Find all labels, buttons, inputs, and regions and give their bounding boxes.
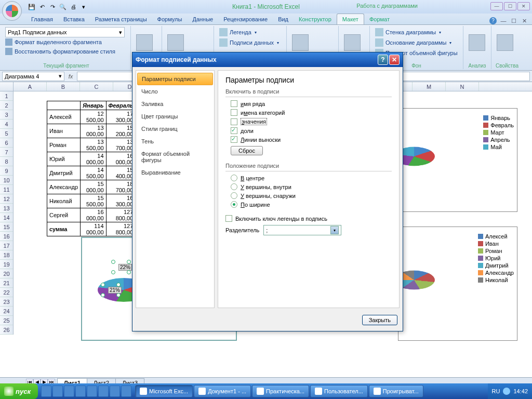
quick-launch-icon[interactable] bbox=[110, 385, 120, 397]
properties-button[interactable] bbox=[495, 27, 515, 58]
cell[interactable]: Иван bbox=[47, 124, 81, 138]
row-header[interactable]: 15 bbox=[0, 222, 13, 232]
dialog-close-button[interactable]: ✕ bbox=[389, 55, 400, 65]
dialog-category[interactable]: Цвет границы bbox=[136, 110, 214, 123]
row-header[interactable]: 4 bbox=[0, 119, 13, 129]
print-preview-icon[interactable]: 🔍 bbox=[58, 2, 68, 11]
cell[interactable]: 17 300,00 bbox=[106, 110, 136, 124]
close-button[interactable]: Закрыть bbox=[362, 315, 397, 325]
cell[interactable]: 13 000,00 bbox=[81, 124, 107, 138]
quick-launch-icon[interactable] bbox=[64, 385, 74, 397]
cell[interactable]: Дмитрий bbox=[47, 166, 81, 180]
select-all-corner[interactable] bbox=[0, 82, 14, 91]
chart-element-selector[interactable]: Ряд1 Подписи данных ▾ bbox=[5, 27, 125, 37]
legend-button[interactable]: Легенда▾ bbox=[217, 27, 283, 37]
dialog-category[interactable]: Заливка bbox=[136, 98, 214, 110]
row-header[interactable]: 1 bbox=[0, 91, 13, 101]
row-header[interactable]: 10 bbox=[0, 176, 13, 185]
taskbar-item[interactable]: Microsoft Exc... bbox=[135, 385, 193, 397]
row-header[interactable]: 24 bbox=[0, 307, 13, 316]
qat-dropdown-icon[interactable]: ▾ bbox=[79, 2, 88, 11]
dialog-category[interactable]: Выравнивание bbox=[136, 166, 214, 179]
row-header[interactable]: 23 bbox=[0, 297, 13, 307]
selection-handle[interactable] bbox=[101, 283, 105, 287]
tray-icon[interactable] bbox=[503, 388, 510, 395]
fx-icon[interactable]: fx bbox=[65, 73, 76, 79]
office-button[interactable] bbox=[2, 1, 22, 21]
reset-button[interactable]: Сброс bbox=[231, 146, 263, 155]
quick-launch-icon[interactable] bbox=[41, 385, 51, 397]
quick-launch-icon[interactable] bbox=[121, 385, 131, 397]
cell[interactable]: 15 200,00 bbox=[106, 124, 136, 138]
chart-names[interactable]: АлексейИванРоманЮрийДмитрийАлександрНико… bbox=[398, 227, 517, 341]
print-icon[interactable]: 🖨 bbox=[69, 2, 78, 11]
row-header[interactable]: 22 bbox=[0, 288, 13, 297]
workbook-minimize-icon[interactable]: — bbox=[500, 17, 507, 24]
format-selection-button[interactable]: Формат выделенного фрагмента bbox=[5, 37, 127, 47]
include-checkbox[interactable] bbox=[231, 118, 237, 125]
taskbar-item[interactable]: Пользовател... bbox=[310, 385, 368, 397]
tab-formulas[interactable]: Формулы bbox=[152, 14, 188, 24]
cell[interactable]: 18 700,00 bbox=[106, 180, 136, 194]
legend-key-checkbox[interactable] bbox=[225, 215, 232, 222]
selection-handle[interactable] bbox=[116, 283, 121, 287]
workbook-restore-icon[interactable]: ☐ bbox=[510, 17, 517, 24]
data-label[interactable]: 22% bbox=[118, 264, 132, 271]
name-box[interactable]: Диаграмма 4▾ bbox=[2, 72, 64, 81]
selection-handle[interactable] bbox=[116, 293, 121, 297]
save-icon[interactable]: 💾 bbox=[27, 2, 36, 11]
tab-data[interactable]: Данные bbox=[187, 14, 218, 24]
tab-home[interactable]: Главная bbox=[26, 14, 58, 24]
include-checkbox[interactable] bbox=[231, 127, 237, 134]
row-header[interactable]: 9 bbox=[0, 166, 13, 176]
tab-pagelayout[interactable]: Разметка страницы bbox=[90, 14, 152, 24]
dialog-help-button[interactable]: ? bbox=[378, 55, 388, 65]
position-radio[interactable] bbox=[231, 201, 237, 208]
column-header[interactable]: C bbox=[80, 82, 113, 91]
cell[interactable]: 14 000,00 bbox=[81, 152, 107, 166]
cell[interactable]: Алексей bbox=[47, 110, 81, 124]
quick-launch-icon[interactable] bbox=[52, 385, 63, 397]
taskbar-item[interactable]: Практическа... bbox=[252, 385, 309, 397]
selection-handle[interactable] bbox=[111, 270, 115, 274]
row-header[interactable]: 5 bbox=[0, 129, 13, 138]
chart-floor-button[interactable]: Основание диаграммы▾ bbox=[373, 37, 460, 48]
cell[interactable]: 127 800,00 bbox=[106, 208, 136, 222]
data-labels-button[interactable]: Подписи данных▾ bbox=[217, 37, 283, 48]
cell[interactable]: 15 400,00 bbox=[106, 166, 136, 180]
chart-wall-button[interactable]: Стенка диаграммы▾ bbox=[373, 27, 460, 37]
cell[interactable]: 16 300,00 bbox=[106, 194, 136, 208]
row-header[interactable]: 16 bbox=[0, 232, 13, 241]
include-checkbox[interactable] bbox=[231, 109, 237, 116]
row-header[interactable]: 19 bbox=[0, 260, 13, 269]
analysis-button[interactable] bbox=[467, 27, 487, 58]
maximize-button[interactable]: ☐ bbox=[504, 2, 516, 10]
row-header[interactable]: 3 bbox=[0, 110, 13, 119]
column-header[interactable]: B bbox=[47, 82, 80, 91]
minimize-button[interactable]: — bbox=[490, 2, 503, 10]
chart-months[interactable]: ЯнварьФевральМартАпрельМай bbox=[398, 108, 517, 212]
tab-format[interactable]: Формат bbox=[364, 14, 395, 24]
position-radio[interactable] bbox=[231, 175, 237, 181]
cell[interactable]: Юрий bbox=[47, 152, 81, 166]
cell[interactable]: 127 800,00 bbox=[106, 222, 136, 236]
tab-insert[interactable]: Вставка bbox=[58, 14, 90, 24]
column-header[interactable]: A bbox=[14, 82, 47, 91]
selection-handle[interactable] bbox=[127, 260, 131, 264]
cell[interactable]: Роман bbox=[47, 138, 81, 152]
cell[interactable]: Александр bbox=[47, 180, 81, 194]
tab-layout[interactable]: Макет bbox=[337, 14, 364, 24]
cell[interactable]: Сергей bbox=[47, 208, 81, 222]
row-header[interactable]: 18 bbox=[0, 250, 13, 260]
cell[interactable]: 114 000,00 bbox=[81, 222, 107, 236]
language-indicator[interactable]: RU bbox=[492, 388, 500, 394]
cell[interactable]: 13 700,00 bbox=[106, 138, 136, 152]
row-header[interactable]: 8 bbox=[0, 157, 13, 166]
taskbar-item[interactable]: Проигрыват... bbox=[369, 385, 423, 397]
column-header[interactable]: N bbox=[446, 82, 479, 91]
cell[interactable]: 13 500,00 bbox=[81, 138, 107, 152]
row-header[interactable]: 25 bbox=[0, 316, 13, 325]
tab-design[interactable]: Конструктор bbox=[294, 14, 337, 24]
cell[interactable]: 15 000,00 bbox=[81, 180, 107, 194]
cell[interactable]: 14 500,00 bbox=[81, 166, 107, 180]
